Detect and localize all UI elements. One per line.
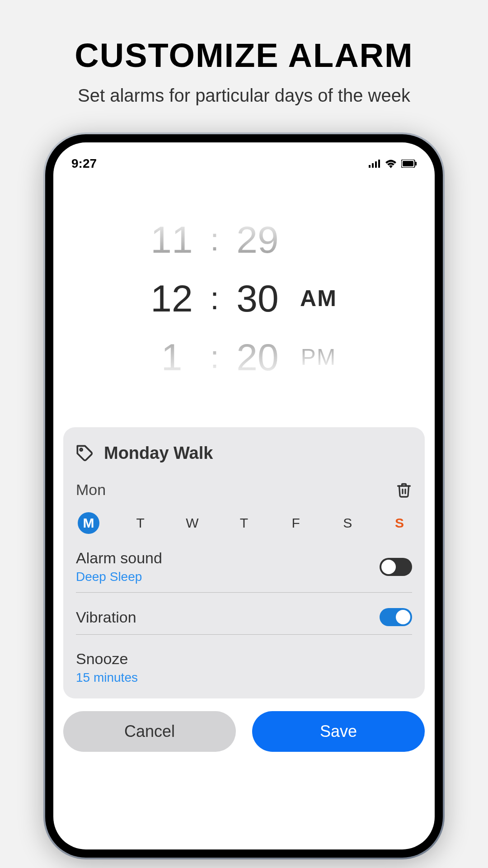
status-bar: 9:27 xyxy=(53,142,435,174)
save-button[interactable]: Save xyxy=(252,711,425,752)
time-picker[interactable]: 11 : 29 12 : 30 AM 1 : 20 PM xyxy=(53,210,435,400)
day-button-3[interactable]: T xyxy=(233,512,255,534)
picker-row-current[interactable]: 12 : 30 AM xyxy=(53,269,435,328)
vibration-row[interactable]: Vibration xyxy=(76,608,412,635)
picker-hour[interactable]: 12 xyxy=(140,277,203,321)
alarm-sound-label: Alarm sound xyxy=(76,549,380,567)
picker-next-hour: 1 xyxy=(140,335,203,379)
picker-row-next[interactable]: 1 : 20 PM xyxy=(53,328,435,387)
picker-next-minute: 20 xyxy=(226,335,289,379)
alarm-settings-card: Monday Walk Mon MTWTFSS Alarm sound Deep… xyxy=(63,427,425,698)
alarm-sound-row[interactable]: Alarm sound Deep Sleep xyxy=(76,549,412,593)
day-button-6[interactable]: S xyxy=(389,512,410,534)
svg-point-7 xyxy=(80,448,82,451)
wifi-icon xyxy=(385,159,397,168)
status-time: 9:27 xyxy=(71,156,97,171)
picker-minute[interactable]: 30 xyxy=(226,277,289,321)
svg-rect-0 xyxy=(369,165,371,168)
vibration-toggle[interactable] xyxy=(380,608,412,626)
day-button-2[interactable]: W xyxy=(181,512,203,534)
picker-row-prev[interactable]: 11 : 29 xyxy=(53,210,435,269)
battery-icon xyxy=(401,160,417,168)
picker-prev-hour: 11 xyxy=(140,218,203,262)
promo-subtitle: Set alarms for particular days of the we… xyxy=(0,84,488,107)
promo-title: CUSTOMIZE ALARM xyxy=(0,36,488,75)
vibration-label: Vibration xyxy=(76,609,380,626)
alarm-name: Monday Walk xyxy=(104,443,213,463)
day-button-0[interactable]: M xyxy=(78,512,99,534)
svg-rect-5 xyxy=(403,161,413,166)
picker-next-ampm: PM xyxy=(289,344,348,370)
picker-separator: : xyxy=(203,222,226,258)
selected-day-label: Mon xyxy=(76,481,106,499)
phone-screen: 9:27 11 : 29 12 : xyxy=(53,142,435,849)
svg-rect-6 xyxy=(415,162,417,165)
picker-separator: : xyxy=(203,280,226,316)
day-button-4[interactable]: F xyxy=(285,512,307,534)
svg-rect-1 xyxy=(372,163,374,168)
alarm-sound-value: Deep Sleep xyxy=(76,570,380,584)
svg-rect-2 xyxy=(375,161,377,168)
day-button-5[interactable]: S xyxy=(337,512,358,534)
action-buttons: Cancel Save xyxy=(63,711,425,752)
days-selector: MTWTFSS xyxy=(76,512,412,534)
snooze-row[interactable]: Snooze 15 minutes xyxy=(76,650,412,685)
snooze-value: 15 minutes xyxy=(76,670,412,685)
alarm-sound-toggle[interactable] xyxy=(380,558,412,576)
cellular-icon xyxy=(369,160,380,168)
alarm-name-row[interactable]: Monday Walk xyxy=(76,443,412,463)
tag-icon xyxy=(76,444,94,462)
trash-icon[interactable] xyxy=(396,482,412,498)
status-icons xyxy=(369,159,417,168)
picker-ampm[interactable]: AM xyxy=(289,285,348,311)
snooze-label: Snooze xyxy=(76,650,412,668)
day-button-1[interactable]: T xyxy=(130,512,151,534)
picker-separator: : xyxy=(203,339,226,375)
cancel-button[interactable]: Cancel xyxy=(63,711,236,752)
svg-rect-3 xyxy=(378,160,380,168)
picker-prev-minute: 29 xyxy=(226,218,289,262)
phone-frame: 9:27 11 : 29 12 : xyxy=(45,134,443,858)
